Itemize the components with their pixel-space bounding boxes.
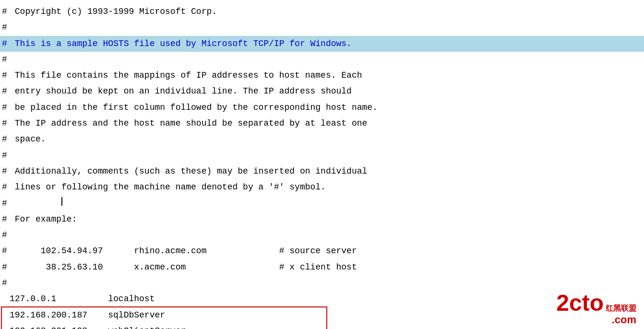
line-text-13 [10,196,61,212]
line-text-1: Copyright (c) 1993-1999 Microsoft Corp. [10,4,217,20]
gutter-16: # [2,243,8,259]
gutter-15: # [2,227,8,243]
gutter-11: # [2,164,8,179]
gutter-5: # [2,68,8,83]
gutter-1: # [2,4,8,20]
line-text-5: This file contains the mappings of IP ad… [10,68,362,83]
line-text-8: The IP address and the host name should … [10,116,367,131]
logo-dotcom: .com [612,315,636,325]
line-text-3: This is a sample HOSTS file used by Micr… [10,36,352,52]
line-11: # Additionally, comments (such as these)… [0,164,644,179]
gutter-6: # [2,83,8,99]
gutter-10: # [2,148,8,164]
gutter-20 [2,307,8,323]
line-10: # [0,148,644,164]
line-2: # [0,20,644,35]
line-text-19: 127.0.0.1 localhost [10,291,155,307]
line-15: # [0,227,644,243]
line-text-21: 192.168.201.198 webClientServer [10,323,186,329]
line-12: # lines or following the machine name de… [0,179,644,195]
logo-2cto: 2cto [556,292,604,315]
gutter-18: # [2,275,8,291]
line-text-7: be placed in the first column followed b… [10,100,378,116]
file-content: # Copyright (c) 1993-1999 Microsoft Corp… [0,0,644,329]
gutter-3: # [2,36,8,52]
gutter-19 [2,291,8,307]
line-3: # This is a sample HOSTS file used by Mi… [0,36,644,52]
gutter-8: # [2,116,8,131]
line-text-20: 192.168.200.187 sqlDbServer [10,307,165,323]
line-1: # Copyright (c) 1993-1999 Microsoft Corp… [0,4,644,20]
line-21: 192.168.201.198 webClientServer [0,323,644,329]
line-19: 127.0.0.1 localhost [0,291,644,307]
line-text-16: 102.54.94.97 rhino.acme.com # source ser… [10,243,357,259]
gutter-14: # [2,212,8,227]
line-text-14: For example: [10,212,77,227]
line-6: # entry should be kept on an individual … [0,83,644,99]
gutter-9: # [2,131,8,147]
gutter-7: # [2,100,8,116]
line-17: # 38.25.63.10 x.acme.com # x client host [0,259,644,275]
gutter-17: # [2,259,8,275]
line-4: # [0,52,644,68]
line-5: # This file contains the mappings of IP … [0,68,644,83]
line-text-11: Additionally, comments (such as these) m… [10,164,367,179]
line-13: # [0,196,644,212]
text-cursor [61,197,62,206]
line-7: # be placed in the first column followed… [0,100,644,116]
line-text-6: entry should be kept on an individual li… [10,83,352,99]
gutter-21 [2,323,8,329]
line-16: # 102.54.94.97 rhino.acme.com # source s… [0,243,644,259]
line-20: 192.168.200.187 sqlDbServer [0,307,644,323]
line-text-12: lines or following the machine name deno… [10,179,326,195]
gutter-4: # [2,52,8,68]
line-8: # The IP address and the host name shoul… [0,116,644,131]
logo-area: 2cto 红黑联盟 .com [556,292,636,325]
gutter-12: # [2,179,8,195]
line-9: # space. [0,131,644,147]
gutter-2: # [2,20,8,35]
line-text-9: space. [10,131,46,147]
logo-tagline: 红黑联盟 [606,305,636,312]
line-text-17: 38.25.63.10 x.acme.com # x client host [10,259,357,275]
gutter-13: # [2,196,8,212]
line-14: # For example: [0,212,644,227]
line-18: # [0,275,644,291]
